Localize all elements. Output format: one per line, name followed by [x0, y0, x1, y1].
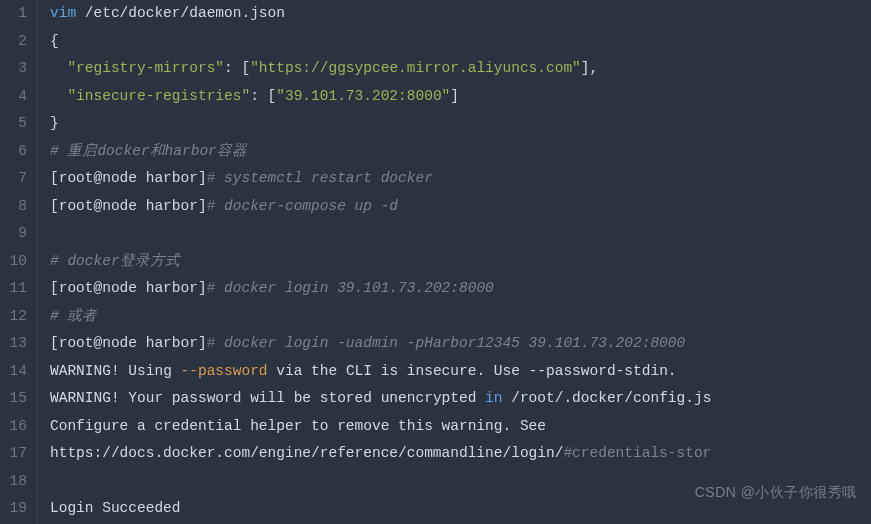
comment-text: 或者 [59, 308, 98, 324]
code-editor: 1 2 3 4 5 6 7 8 9 10 11 12 13 14 15 16 1… [0, 0, 871, 524]
brace: } [50, 115, 59, 131]
json-key: "registry-mirrors" [67, 60, 224, 76]
shell-prompt: [root@node harbor] [50, 280, 207, 296]
line-number: 3 [8, 55, 27, 83]
line-number: 17 [8, 440, 27, 468]
code-line: [root@node harbor]# docker login -uadmin… [50, 330, 871, 358]
line-number: 18 [8, 468, 27, 496]
line-number: 12 [8, 303, 27, 331]
line-number: 9 [8, 220, 27, 248]
line-number: 19 [8, 495, 27, 523]
code-line: Configure a credential helper to remove … [50, 413, 871, 441]
code-line: [root@node harbor]# docker login 39.101.… [50, 275, 871, 303]
brace: { [50, 33, 59, 49]
url-fragment: #credentials-stor [563, 445, 711, 461]
code-line: "insecure-registries": ["39.101.73.202:8… [50, 83, 871, 111]
line-number: 4 [8, 83, 27, 111]
comment-text: 重启docker和harbor容器 [59, 143, 247, 159]
code-area[interactable]: vim /etc/docker/daemon.json { "registry-… [38, 0, 871, 524]
shell-prompt: [root@node harbor] [50, 198, 207, 214]
code-line-empty [50, 220, 871, 248]
code-line: "registry-mirrors": ["https://ggsypcee.m… [50, 55, 871, 83]
line-number: 10 [8, 248, 27, 276]
code-line: WARNING! Using --password via the CLI is… [50, 358, 871, 386]
command-keyword: vim [50, 5, 76, 21]
shell-command: docker login 39.101.73.202:8000 [215, 280, 493, 296]
code-line: { [50, 28, 871, 56]
code-line: https://docs.docker.com/engine/reference… [50, 440, 871, 468]
code-line: WARNING! Your password will be stored un… [50, 385, 871, 413]
shell-prompt: [root@node harbor] [50, 335, 207, 351]
shell-command: docker login -uadmin -pHarbor12345 39.10… [215, 335, 685, 351]
comment-hash: # [50, 308, 59, 324]
line-number: 14 [8, 358, 27, 386]
line-number: 15 [8, 385, 27, 413]
code-line: # docker登录方式 [50, 248, 871, 276]
cli-flag: --password [181, 363, 268, 379]
output-text: Configure a credential helper to remove … [50, 418, 546, 434]
url-text: https://docs.docker.com/engine/reference… [50, 445, 563, 461]
line-number: 16 [8, 413, 27, 441]
line-number: 2 [8, 28, 27, 56]
code-line: [root@node harbor]# systemctl restart do… [50, 165, 871, 193]
json-string: "39.101.73.202:8000" [276, 88, 450, 104]
line-number: 6 [8, 138, 27, 166]
json-string: "https://ggsypcee.mirror.aliyuncs.com" [250, 60, 581, 76]
line-number-gutter: 1 2 3 4 5 6 7 8 9 10 11 12 13 14 15 16 1… [0, 0, 38, 524]
output-text: Login Succeeded [50, 500, 181, 516]
line-number: 7 [8, 165, 27, 193]
code-line: [root@node harbor]# docker-compose up -d [50, 193, 871, 221]
code-line: } [50, 110, 871, 138]
line-number: 1 [8, 0, 27, 28]
file-path: /etc/docker/daemon.json [76, 5, 285, 21]
json-key: "insecure-registries" [67, 88, 250, 104]
line-number: 5 [8, 110, 27, 138]
comment-text: docker登录方式 [59, 253, 180, 269]
code-line: # 或者 [50, 303, 871, 331]
shell-command: docker-compose up -d [215, 198, 398, 214]
shell-command: systemctl restart docker [215, 170, 433, 186]
code-line: vim /etc/docker/daemon.json [50, 0, 871, 28]
shell-prompt: [root@node harbor] [50, 170, 207, 186]
line-number: 13 [8, 330, 27, 358]
warning-label: WARNING! [50, 363, 120, 379]
comment-hash: # [50, 143, 59, 159]
line-number: 8 [8, 193, 27, 221]
keyword-in: in [485, 390, 502, 406]
comment-hash: # [50, 253, 59, 269]
warning-label: WARNING! [50, 390, 120, 406]
line-number: 11 [8, 275, 27, 303]
code-line: # 重启docker和harbor容器 [50, 138, 871, 166]
watermark-text: CSDN @小伙子你很秀哦 [695, 479, 857, 506]
